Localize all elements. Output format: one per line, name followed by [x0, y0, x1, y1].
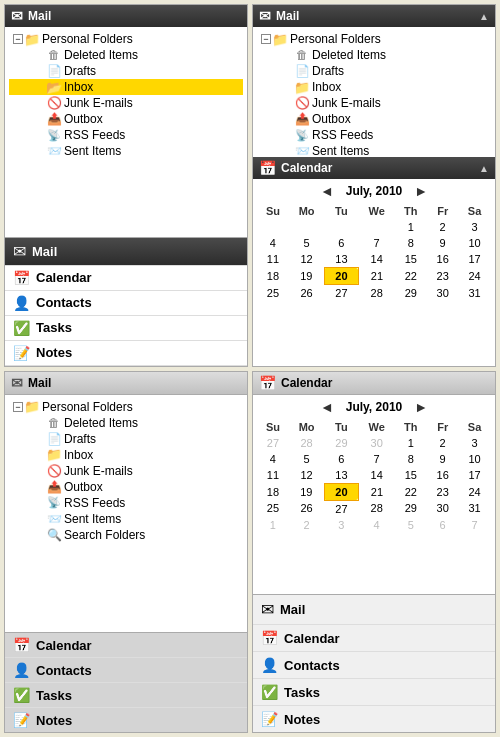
nav-tasks-br[interactable]: ✅ Tasks — [253, 679, 495, 706]
nav-calendar-tl[interactable]: 📅 Calendar — [5, 266, 247, 291]
cal-day[interactable]: 3 — [324, 517, 358, 533]
cal-day[interactable]: 20 — [324, 483, 358, 500]
cal-day[interactable]: 10 — [459, 235, 491, 251]
cal-day[interactable]: 9 — [427, 235, 459, 251]
collapse-arrow-cal-tr[interactable]: ▲ — [479, 163, 489, 174]
cal-day[interactable]: 18 — [257, 483, 289, 500]
cal-day[interactable]: 14 — [358, 467, 394, 484]
tree-root-bl[interactable]: − 📁 Personal Folders — [9, 399, 243, 415]
tree-junk-tr[interactable]: 🚫 Junk E-mails — [257, 95, 491, 111]
cal-day[interactable]: 8 — [395, 451, 427, 467]
cal-prev-br[interactable]: ◄ — [316, 399, 338, 415]
tree-sent-bl[interactable]: 📨 Sent Items — [9, 511, 243, 527]
cal-prev-tr[interactable]: ◄ — [316, 183, 338, 199]
cal-day[interactable]: 25 — [257, 500, 289, 517]
nav-tasks-bl[interactable]: ✅ Tasks — [5, 683, 247, 708]
cal-day[interactable]: 4 — [257, 235, 289, 251]
nav-notes-br[interactable]: 📝 Notes — [253, 706, 495, 732]
tree-rss-bl[interactable]: 📡 RSS Feeds — [9, 495, 243, 511]
cal-day[interactable] — [358, 219, 394, 235]
cal-day[interactable]: 5 — [289, 451, 325, 467]
cal-day[interactable]: 10 — [459, 451, 491, 467]
nav-tasks-tl[interactable]: ✅ Tasks — [5, 316, 247, 341]
cal-day[interactable]: 21 — [358, 483, 394, 500]
tree-item-junk-tl[interactable]: 🚫 Junk E-mails — [9, 95, 243, 111]
tree-item-sent-tl[interactable]: 📨 Sent Items — [9, 143, 243, 159]
cal-day[interactable]: 26 — [289, 285, 325, 302]
cal-day[interactable]: 20 — [324, 268, 358, 285]
tree-search-bl[interactable]: 🔍 Search Folders — [9, 527, 243, 543]
cal-day[interactable]: 16 — [427, 251, 459, 268]
nav-calendar-bl[interactable]: 📅 Calendar — [5, 633, 247, 658]
tree-item-inbox-tl[interactable]: 📂 Inbox — [9, 79, 243, 95]
cal-day[interactable]: 14 — [358, 251, 394, 268]
cal-day[interactable]: 8 — [395, 235, 427, 251]
cal-day[interactable]: 1 — [395, 219, 427, 235]
cal-day[interactable] — [257, 219, 289, 235]
tree-outbox-tr[interactable]: 📤 Outbox — [257, 111, 491, 127]
cal-day[interactable]: 19 — [289, 483, 325, 500]
tree-outbox-bl[interactable]: 📤 Outbox — [9, 479, 243, 495]
expander-tl[interactable]: − — [13, 34, 23, 44]
cal-day[interactable] — [324, 219, 358, 235]
nav-mail-tl[interactable]: ✉ Mail — [5, 238, 247, 266]
expander-tr[interactable]: − — [261, 34, 271, 44]
tree-drafts-tr[interactable]: 📄 Drafts — [257, 63, 491, 79]
tree-inbox-bl[interactable]: 📁 Inbox — [9, 447, 243, 463]
cal-next-br[interactable]: ► — [410, 399, 432, 415]
cal-day[interactable]: 15 — [395, 467, 427, 484]
cal-day[interactable]: 17 — [459, 251, 491, 268]
cal-day[interactable]: 23 — [427, 483, 459, 500]
nav-contacts-br[interactable]: 👤 Contacts — [253, 652, 495, 679]
cal-day[interactable]: 25 — [257, 285, 289, 302]
cal-day[interactable]: 29 — [395, 285, 427, 302]
cal-day[interactable]: 21 — [358, 268, 394, 285]
tree-item-rss-tl[interactable]: 📡 RSS Feeds — [9, 127, 243, 143]
cal-day[interactable]: 13 — [324, 251, 358, 268]
cal-day[interactable]: 5 — [395, 517, 427, 533]
cal-next-tr[interactable]: ► — [410, 183, 432, 199]
cal-day[interactable]: 9 — [427, 451, 459, 467]
cal-day[interactable]: 12 — [289, 467, 325, 484]
cal-day[interactable]: 27 — [257, 435, 289, 451]
cal-day[interactable]: 1 — [395, 435, 427, 451]
tree-deleted-bl[interactable]: 🗑 Deleted Items — [9, 415, 243, 431]
cal-day[interactable]: 6 — [427, 517, 459, 533]
tree-rss-tr[interactable]: 📡 RSS Feeds — [257, 127, 491, 143]
cal-day[interactable]: 4 — [257, 451, 289, 467]
cal-day[interactable]: 27 — [324, 500, 358, 517]
cal-day[interactable]: 29 — [324, 435, 358, 451]
cal-day[interactable]: 27 — [324, 285, 358, 302]
cal-day[interactable]: 30 — [427, 500, 459, 517]
cal-day[interactable]: 17 — [459, 467, 491, 484]
cal-day[interactable]: 7 — [459, 517, 491, 533]
cal-day[interactable]: 13 — [324, 467, 358, 484]
cal-day[interactable]: 28 — [358, 285, 394, 302]
cal-day[interactable]: 24 — [459, 268, 491, 285]
cal-day[interactable]: 2 — [289, 517, 325, 533]
cal-day[interactable]: 28 — [289, 435, 325, 451]
collapse-arrow-tr[interactable]: ▲ — [479, 11, 489, 22]
cal-day[interactable]: 31 — [459, 285, 491, 302]
tree-item-drafts-tl[interactable]: 📄 Drafts — [9, 63, 243, 79]
cal-day[interactable]: 24 — [459, 483, 491, 500]
nav-calendar-br[interactable]: 📅 Calendar — [253, 625, 495, 652]
cal-day[interactable]: 19 — [289, 268, 325, 285]
cal-day[interactable]: 5 — [289, 235, 325, 251]
cal-day[interactable]: 1 — [257, 517, 289, 533]
nav-notes-bl[interactable]: 📝 Notes — [5, 708, 247, 732]
cal-day[interactable]: 2 — [427, 219, 459, 235]
tree-root-tr[interactable]: − 📁 Personal Folders — [257, 31, 491, 47]
cal-day[interactable]: 16 — [427, 467, 459, 484]
cal-day[interactable]: 11 — [257, 251, 289, 268]
cal-day[interactable]: 18 — [257, 268, 289, 285]
cal-day[interactable]: 12 — [289, 251, 325, 268]
nav-mail-br[interactable]: ✉ Mail — [253, 595, 495, 625]
cal-day[interactable]: 15 — [395, 251, 427, 268]
cal-day[interactable]: 23 — [427, 268, 459, 285]
tree-item-deleted-tl[interactable]: 🗑 Deleted Items — [9, 47, 243, 63]
cal-day[interactable]: 28 — [358, 500, 394, 517]
tree-item-outbox-tl[interactable]: 📤 Outbox — [9, 111, 243, 127]
cal-day[interactable]: 30 — [427, 285, 459, 302]
nav-contacts-bl[interactable]: 👤 Contacts — [5, 658, 247, 683]
